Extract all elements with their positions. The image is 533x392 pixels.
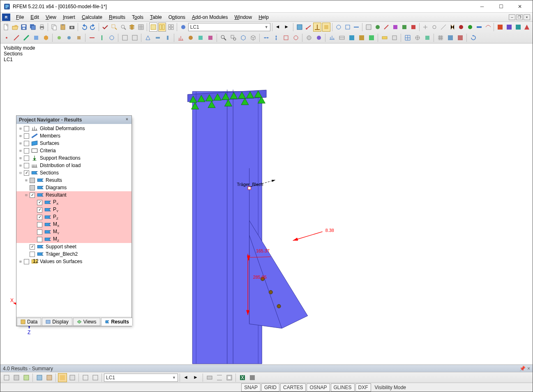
tb-misc[interactable]: [335, 23, 343, 32]
tree-node[interactable]: ⊞Results: [16, 177, 132, 184]
tb2-zoom[interactable]: [219, 33, 228, 42]
navigator-header[interactable]: Project Navigator - Results ×: [16, 116, 132, 124]
rt-misc[interactable]: [205, 373, 214, 382]
tree-checkbox[interactable]: [24, 126, 29, 131]
tree-expand-icon[interactable]: ⊞: [18, 141, 23, 145]
status-grid[interactable]: GRID: [261, 383, 279, 392]
tb2-misc[interactable]: [281, 33, 291, 42]
tree-node[interactable]: ⊟Sections: [16, 169, 132, 177]
tb-grid[interactable]: [137, 23, 145, 32]
tb2-misc[interactable]: [186, 33, 195, 42]
rt-misc[interactable]: [22, 373, 31, 382]
tree-node[interactable]: MY: [16, 228, 132, 236]
navigator-close-button[interactable]: ×: [124, 117, 130, 122]
tb-misc[interactable]: [383, 23, 391, 32]
tb-misc[interactable]: [448, 23, 457, 32]
rt-misc[interactable]: [225, 373, 234, 382]
tb-viewmode2[interactable]: [158, 23, 166, 32]
tree-checkbox[interactable]: [24, 259, 29, 264]
tb-layers[interactable]: [128, 23, 136, 32]
mdi-close[interactable]: ×: [524, 14, 530, 20]
tree-checkbox[interactable]: [30, 193, 35, 198]
tb2-misc[interactable]: [337, 33, 346, 42]
tb-misc[interactable]: [421, 23, 429, 32]
tb2-cube2[interactable]: [249, 33, 258, 42]
maximize-button[interactable]: ☐: [491, 0, 510, 13]
tree-checkbox[interactable]: [24, 170, 29, 176]
tb-misc[interactable]: [391, 23, 399, 32]
rt-misc[interactable]: [58, 373, 67, 382]
tb2-misc[interactable]: [206, 33, 215, 42]
tree-node[interactable]: ⊞Members: [16, 132, 132, 140]
tb-redo[interactable]: [89, 23, 97, 32]
rt-misc[interactable]: [12, 373, 21, 382]
tb2-misc[interactable]: [380, 33, 389, 42]
tree-node[interactable]: Träger_Blech2: [16, 250, 132, 258]
tb-viewmode1[interactable]: [149, 23, 157, 32]
loadcase-combo[interactable]: LC1 ▼: [188, 23, 270, 31]
status-snap[interactable]: SNAP: [241, 383, 261, 392]
tb-misc[interactable]: [400, 23, 408, 32]
tb2-misc[interactable]: [55, 33, 64, 42]
tree-node[interactable]: PX: [16, 199, 132, 206]
menu-view[interactable]: View: [42, 14, 60, 21]
tb2-misc[interactable]: [107, 33, 116, 42]
status-dxf[interactable]: DXF: [355, 383, 371, 392]
tb2-line[interactable]: [12, 33, 21, 42]
results-loadcase-combo[interactable]: LC1 ▼: [104, 374, 178, 382]
tb-misc[interactable]: [344, 23, 352, 32]
tree-checkbox[interactable]: [30, 185, 35, 190]
tb2-misc[interactable]: [176, 33, 185, 42]
tb-print[interactable]: [38, 23, 46, 32]
tb2-misc[interactable]: [65, 33, 74, 42]
tb-saveall[interactable]: [29, 23, 37, 32]
tb2-misc[interactable]: [163, 33, 172, 42]
app-menu-logo[interactable]: R: [2, 14, 10, 21]
tb2-solid[interactable]: [42, 33, 51, 42]
tb2-misc[interactable]: [272, 33, 281, 42]
tb-misc-4[interactable]: [322, 23, 330, 32]
navigator-tree[interactable]: ⊞Global Deformations⊞Members⊞Surfaces⊞Cr…: [16, 124, 132, 317]
tree-expand-icon[interactable]: ⊞: [18, 126, 23, 131]
tb-misc[interactable]: [466, 23, 474, 32]
tree-checkbox[interactable]: [24, 156, 29, 161]
tb2-misc[interactable]: [446, 33, 455, 42]
tree-expand-icon[interactable]: ⊞: [18, 149, 23, 153]
tb2-misc[interactable]: [196, 33, 205, 42]
rt-misc[interactable]: [248, 373, 257, 382]
tb2-misc[interactable]: [153, 33, 162, 42]
tb2-misc[interactable]: [305, 33, 314, 42]
tb-misc-3[interactable]: [313, 23, 321, 32]
tb-undo[interactable]: [80, 23, 88, 32]
tree-checkbox[interactable]: [30, 178, 35, 183]
tb-misc[interactable]: [439, 23, 448, 32]
tree-expand-icon[interactable]: ⊟: [18, 171, 23, 175]
tb-paste[interactable]: [59, 23, 67, 32]
menu-options[interactable]: Options: [165, 14, 189, 21]
tb-nav-prev[interactable]: ◄: [275, 23, 283, 32]
status-glines[interactable]: GLINES: [331, 383, 355, 392]
menu-tools[interactable]: Tools: [129, 14, 147, 21]
navigator-tab-display[interactable]: Display: [42, 318, 72, 326]
tree-expand-icon[interactable]: ⊞: [18, 163, 23, 167]
menu-window[interactable]: Window: [231, 14, 256, 21]
navigator-tab-results[interactable]: Results: [101, 318, 133, 326]
tb-misc[interactable]: [457, 23, 465, 32]
tb-save[interactable]: [20, 23, 28, 32]
tb2-misc[interactable]: [143, 33, 152, 42]
tb2-misc[interactable]: [367, 33, 376, 42]
status-osnap[interactable]: OSNAP: [307, 383, 330, 392]
tree-node[interactable]: PY: [16, 206, 132, 213]
tree-checkbox[interactable]: [24, 133, 29, 139]
tb-misc[interactable]: [365, 23, 373, 32]
rt-misc[interactable]: [2, 373, 11, 382]
menu-help[interactable]: Help: [255, 14, 272, 21]
tb-misc[interactable]: [430, 23, 438, 32]
tree-checkbox[interactable]: [24, 148, 29, 154]
tree-expand-icon[interactable]: ⊞: [24, 178, 29, 182]
tree-checkbox[interactable]: [37, 207, 42, 213]
tb2-misc[interactable]: [328, 33, 337, 42]
tree-expand-icon[interactable]: ⊞: [18, 156, 23, 160]
tree-checkbox[interactable]: [37, 229, 42, 235]
tree-checkbox[interactable]: [24, 163, 29, 168]
